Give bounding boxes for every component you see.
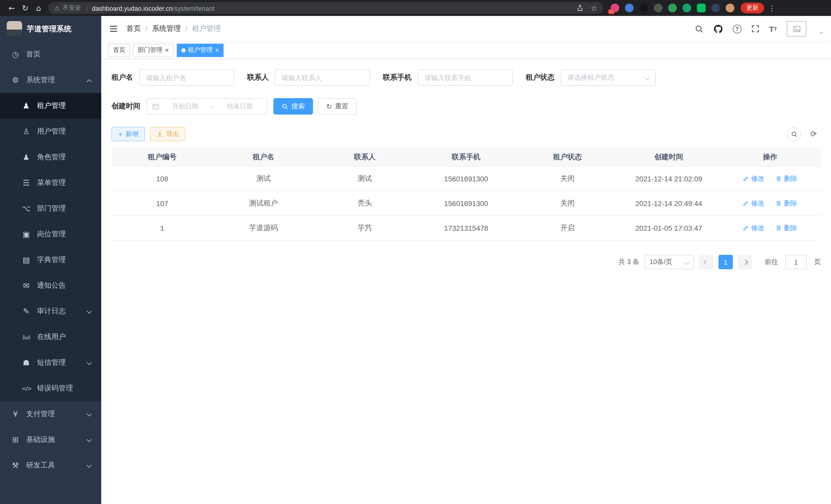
phone-label: 联系手机: [383, 73, 412, 82]
font-size-icon[interactable]: TT: [769, 24, 777, 33]
sidebar-toggle-icon[interactable]: [109, 24, 118, 33]
search-button[interactable]: 搜索: [274, 98, 313, 115]
dashboard-icon: ◷: [11, 50, 20, 59]
refresh-table-icon-button[interactable]: ⟳: [806, 127, 821, 141]
tab-close-icon[interactable]: ×: [165, 47, 169, 53]
help-icon[interactable]: ?: [733, 24, 741, 33]
browser-reload-icon[interactable]: ↻: [19, 3, 32, 12]
user-avatar[interactable]: [787, 21, 806, 36]
browser-home-icon[interactable]: ⌂: [32, 3, 45, 12]
sidebar-item-岗位管理[interactable]: ▣岗位管理: [0, 221, 101, 247]
extension-olive-icon[interactable]: [654, 4, 662, 12]
sidebar-item-菜单管理[interactable]: ☰菜单管理: [0, 170, 101, 196]
export-button[interactable]: 导出: [150, 127, 185, 141]
sidebar-item-用户管理[interactable]: ♙用户管理: [0, 119, 101, 144]
extension-blue-icon[interactable]: [625, 4, 634, 12]
bookmark-star-icon[interactable]: ☆: [591, 4, 597, 12]
sidebar-item-label: 角色管理: [37, 153, 66, 162]
sidebar-item-字典管理[interactable]: ▤字典管理: [0, 247, 101, 273]
prev-page-button[interactable]: [699, 255, 713, 269]
sidebar-item-通知公告[interactable]: ✉通知公告: [0, 273, 101, 298]
chrome-update-button[interactable]: 更新: [741, 3, 764, 13]
extension-teal-green-icon[interactable]: [683, 4, 691, 12]
extension-green-icon[interactable]: [668, 4, 677, 12]
browser-back-icon[interactable]: ←: [5, 3, 19, 12]
next-page-button[interactable]: [738, 255, 752, 269]
extension-wechat-green-icon[interactable]: [697, 4, 706, 12]
cell-phone: 15601691300: [416, 191, 517, 215]
page-size-select[interactable]: 10条/页: [644, 255, 694, 269]
sidebar-item-租户管理[interactable]: ♟租户管理: [0, 93, 101, 119]
github-icon[interactable]: [713, 24, 723, 34]
tab-部门管理[interactable]: 部门管理×: [133, 43, 173, 57]
tab-首页[interactable]: 首页: [109, 43, 130, 57]
sidebar-item-基础设施[interactable]: ⊞基础设施: [0, 427, 101, 453]
extension-dark-pinwheel-icon[interactable]: [711, 4, 720, 12]
cell-tenant-name: 测试租户: [213, 191, 314, 215]
goto-page-input[interactable]: [785, 255, 807, 269]
table-row: 108 测试 测试 15601691300 关闭 2021-12-14 21:0…: [112, 166, 821, 191]
total-count: 共 3 条: [619, 258, 639, 267]
calendar-icon: [152, 103, 159, 110]
extension-black-icon[interactable]: [639, 4, 648, 12]
sidebar-item-错误码管理[interactable]: </>错误码管理: [0, 376, 101, 401]
breadcrumb: 首页/系统管理/租户管理: [126, 24, 221, 33]
tenant-table: 租户编号租户名联系人联系手机租户状态创建时间操作 108 测试 测试 15601…: [112, 147, 821, 240]
error-code-icon: </>: [22, 385, 31, 392]
date-start-placeholder[interactable]: 开始日期: [164, 102, 207, 111]
phone-input[interactable]: [418, 69, 513, 86]
tab-label: 租户管理: [188, 46, 212, 55]
tenant-name-input[interactable]: [139, 69, 234, 86]
date-range-picker[interactable]: 开始日期 - 结束日期: [146, 98, 267, 115]
not-secure-warning-icon: ⚠: [55, 4, 60, 11]
breadcrumb-item[interactable]: 系统管理: [152, 24, 181, 33]
sidebar-item-角色管理[interactable]: ♟角色管理: [0, 144, 101, 170]
sidebar-item-支付管理[interactable]: ¥支付管理: [0, 401, 101, 427]
date-end-placeholder[interactable]: 结束日期: [218, 102, 262, 111]
app-logo[interactable]: 芋道管理系统: [0, 16, 101, 41]
status-select[interactable]: 请选择租户状态: [561, 69, 656, 86]
page-number-1[interactable]: 1: [718, 255, 733, 269]
fullscreen-icon[interactable]: [751, 25, 759, 33]
download-icon: [157, 131, 163, 137]
tab-close-icon[interactable]: ×: [215, 47, 219, 53]
breadcrumb-item: 租户管理: [192, 24, 221, 33]
sidebar-item-系统管理[interactable]: ⚙系统管理: [0, 67, 101, 93]
sidebar-item-部门管理[interactable]: ⌥部门管理: [0, 196, 101, 221]
sidebar-item-label: 字典管理: [37, 255, 66, 265]
org-tree-icon: ⌥: [22, 204, 31, 213]
sidebar-item-首页[interactable]: ◷首页: [0, 41, 101, 67]
sidebar-item-审计日志[interactable]: ✎审计日志: [0, 298, 101, 324]
edit-link[interactable]: 修改: [743, 223, 765, 233]
add-button[interactable]: + 新增: [112, 127, 145, 141]
sidebar-item-在线用户[interactable]: (ω)在线用户: [0, 324, 101, 350]
browser-menu-icon[interactable]: ⋮: [768, 4, 775, 12]
delete-link[interactable]: 删除: [776, 223, 797, 233]
tenants-icon: ♟: [22, 101, 31, 111]
edit-link[interactable]: 修改: [743, 174, 765, 183]
edit-link[interactable]: 修改: [743, 199, 765, 208]
header-search-icon[interactable]: [694, 24, 703, 33]
contact-input[interactable]: [275, 69, 370, 86]
toggle-search-icon-button[interactable]: [787, 127, 801, 141]
delete-link[interactable]: 删除: [776, 199, 797, 208]
breadcrumb-item[interactable]: 首页: [126, 24, 141, 33]
sidebar-item-研发工具[interactable]: ⚒研发工具: [0, 453, 101, 478]
chevron-up-icon: [87, 79, 92, 85]
reset-button[interactable]: ↻ 重置: [318, 98, 357, 115]
user-dropdown-caret-icon[interactable]: [819, 32, 823, 34]
status-label: 租户状态: [526, 73, 554, 82]
share-icon[interactable]: [577, 5, 583, 11]
delete-link[interactable]: 删除: [776, 174, 797, 183]
extension-pink-icon[interactable]: 10: [610, 4, 619, 12]
logo-avatar-image: [7, 21, 22, 36]
table-row: 107 测试租户 秃头 15601691300 关闭 2021-12-14 20…: [112, 191, 821, 215]
sidebar-item-短信管理[interactable]: ☗短信管理: [0, 350, 101, 376]
tab-租户管理[interactable]: 租户管理×: [176, 43, 224, 57]
address-bar[interactable]: ⚠ 不安全 dashboard.yudao.iocoder.cn/system/…: [48, 2, 603, 14]
column-header-租户编号: 租户编号: [112, 148, 213, 166]
sidebar-item-label: 通知公告: [37, 281, 66, 290]
browser-profile-avatar[interactable]: [726, 4, 735, 12]
chevron-down-icon: [87, 308, 92, 314]
security-label[interactable]: 不安全: [63, 4, 81, 12]
